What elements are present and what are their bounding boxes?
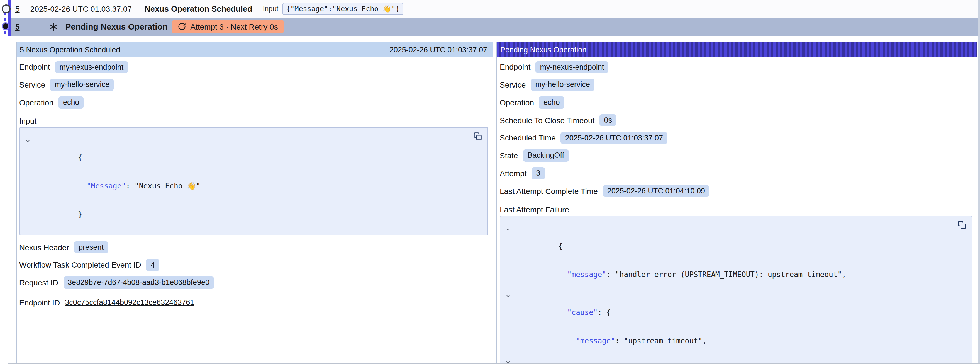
field-label: Last Attempt Complete Time: [500, 187, 598, 195]
pending-asterisk-icon: [49, 22, 58, 31]
field-value-badge: BackingOff: [523, 150, 568, 162]
last-attempt-failure-label: Last Attempt Failure: [500, 200, 974, 216]
failure-json-viewer: { "message": "handler error (UPSTREAM_TI…: [500, 216, 972, 364]
field-row-operation: Operation echo: [500, 94, 974, 112]
attempt-badge-text: Attempt 3 · Next Retry 0s: [190, 22, 278, 31]
event-input-label: Input: [263, 5, 278, 13]
pending-panel-title: Pending Nexus Operation: [500, 46, 586, 54]
field-row-endpoint: Endpoint my-nexus-endpoint: [19, 58, 490, 76]
event-panel-header: 5 Nexus Operation Scheduled 2025-02-26 U…: [16, 42, 492, 57]
field-label: Workflow Task Completed Event ID: [19, 260, 141, 270]
pending-operation-panel: Pending Nexus Operation Endpoint my-nexu…: [496, 42, 977, 364]
event-row-pending-nexus-operation[interactable]: 5 Pending Nexus Operation Attempt 3 · Ne…: [10, 18, 980, 35]
field-row-scheduled-time: Scheduled Time 2025-02-26 UTC 01:03:37.0…: [500, 129, 974, 147]
retry-icon: [177, 22, 186, 31]
endpoint-id-link[interactable]: 3c0c75ccfa8144b092c13ce632463761: [65, 299, 194, 307]
field-value-badge: 0s: [600, 114, 616, 126]
input-section-label: Input: [19, 112, 490, 127]
timeline-marker-circle-icon: [2, 5, 10, 13]
field-row-nexus-header: Nexus Header present: [19, 239, 490, 256]
vertical-scrollbar[interactable]: [977, 0, 980, 364]
json-line: "message": "upstream timeout",: [505, 326, 955, 355]
field-label: Attempt: [500, 169, 527, 178]
field-label: Endpoint: [500, 63, 531, 72]
attempt-retry-badge: Attempt 3 · Next Retry 0s: [172, 20, 283, 33]
field-label: Service: [500, 80, 526, 89]
field-value-badge: my-nexus-endpoint: [55, 61, 128, 73]
event-row-nexus-operation-scheduled[interactable]: 5 2025-02-26 UTC 01:03:37.07 Nexus Opera…: [10, 0, 980, 18]
json-line: "applicationFailureInfo": {: [505, 355, 955, 364]
json-line: "message": "handler error (UPSTREAM_TIME…: [505, 260, 955, 289]
field-value-badge: my-nexus-endpoint: [536, 61, 609, 73]
field-value-badge: 4: [146, 259, 159, 271]
json-line: "Message": "Nexus Echo 👋": [24, 172, 471, 200]
field-row-service: Service my-hello-service: [500, 76, 974, 94]
field-value-badge: echo: [539, 96, 565, 109]
field-label: Nexus Header: [19, 243, 69, 252]
field-label: Service: [19, 80, 45, 89]
event-timestamp: 2025-02-26 UTC 01:03:37.07: [30, 5, 132, 13]
field-row-endpoint-id: Endpoint ID 3c0c75ccfa8144b092c13ce63246…: [19, 294, 490, 311]
field-label: Scheduled Time: [500, 134, 556, 142]
field-value-badge: 3: [532, 167, 545, 179]
copy-icon[interactable]: [473, 132, 482, 141]
chevron-down-icon[interactable]: [25, 138, 30, 144]
field-row-service: Service my-hello-service: [19, 76, 490, 94]
pending-panel-header: Pending Nexus Operation: [497, 42, 977, 57]
event-input-preview-chip: {"Message":"Nexus Echo 👋"}: [282, 3, 404, 15]
field-value-badge: my-hello-service: [531, 79, 595, 91]
input-json-viewer: { "Message": "Nexus Echo 👋" }: [19, 127, 488, 235]
field-label: Operation: [500, 98, 534, 107]
field-row-request-id: Request ID 3e829b7e-7d67-4b08-aad3-b1e86…: [19, 274, 490, 292]
field-row-endpoint: Endpoint my-nexus-endpoint: [500, 58, 974, 76]
event-panel-title: 5 Nexus Operation Scheduled: [20, 46, 120, 54]
field-label: State: [500, 151, 518, 160]
field-label: Endpoint: [19, 63, 50, 72]
pending-panel-body: Endpoint my-nexus-endpoint Service my-he…: [497, 57, 977, 364]
event-id-link[interactable]: 5: [15, 5, 20, 13]
field-label: Operation: [19, 98, 54, 107]
field-label: Endpoint ID: [19, 298, 60, 307]
field-value-badge: 2025-02-26 UTC 01:04:10.09: [603, 185, 710, 197]
json-line: "cause": {: [505, 289, 955, 326]
chevron-down-icon[interactable]: [505, 227, 511, 232]
chevron-down-icon[interactable]: [505, 293, 511, 299]
field-value-badge: 2025-02-26 UTC 01:03:37.07: [561, 132, 667, 144]
event-detail-panel: 5 Nexus Operation Scheduled 2025-02-26 U…: [16, 42, 493, 364]
event-panel-timestamp: 2025-02-26 UTC 01:03:37.07: [390, 46, 487, 54]
copy-icon[interactable]: [958, 220, 967, 229]
field-row-attempt: Attempt 3: [500, 164, 974, 182]
field-value-badge: 3e829b7e-7d67-4b08-aad3-b1e868bfe9e0: [63, 277, 214, 289]
field-label: Schedule To Close Timeout: [500, 116, 595, 125]
workflow-event-history-screen: 5 2025-02-26 UTC 01:03:37.07 Nexus Opera…: [0, 0, 980, 364]
field-value-badge: my-hello-service: [50, 79, 114, 91]
json-line: {: [505, 222, 955, 260]
json-line: {: [24, 134, 471, 172]
field-value-badge: present: [74, 241, 108, 253]
event-panel-body: Endpoint my-nexus-endpoint Service my-he…: [16, 57, 492, 311]
field-row-last-attempt-complete-time: Last Attempt Complete Time 2025-02-26 UT…: [500, 182, 974, 200]
json-line: }: [24, 200, 471, 228]
timeline-marker-dot-icon: [2, 22, 10, 30]
field-row-operation: Operation echo: [19, 94, 490, 112]
pending-event-id-link[interactable]: 5: [15, 22, 20, 31]
field-row-schedule-to-close-timeout: Schedule To Close Timeout 0s: [500, 112, 974, 129]
field-row-workflow-task-completed-event-id: Workflow Task Completed Event ID 4: [19, 256, 490, 274]
field-label: Request ID: [19, 278, 58, 287]
field-row-state: State BackingOff: [500, 147, 974, 165]
field-value-badge: echo: [59, 96, 84, 109]
event-title: Nexus Operation Scheduled: [145, 5, 252, 13]
pending-title: Pending Nexus Operation: [65, 22, 168, 31]
